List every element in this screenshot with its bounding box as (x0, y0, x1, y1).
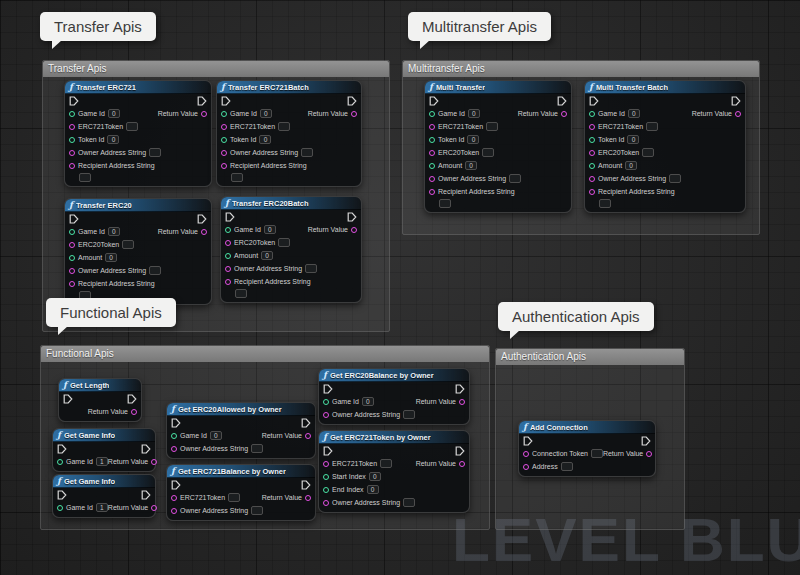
node-get-erc721balance-by-owner[interactable]: ƒGet ERC721Balance by OwnerERC721TokenRe… (166, 464, 316, 521)
pin-input-game-id[interactable]: 0 (628, 109, 640, 118)
node-header[interactable]: ƒGet ERC721Balance by Owner (167, 465, 315, 478)
exec-in-pin[interactable] (69, 96, 79, 106)
node-transfer-erc721[interactable]: ƒTransfer ERC721Game Id0Return ValueERC7… (64, 80, 212, 187)
pin-input-token-id[interactable]: 0 (259, 135, 271, 144)
pin-input-owner-address-string[interactable] (251, 506, 263, 515)
exec-out-pin[interactable] (197, 214, 207, 224)
input-pin-start-index[interactable] (323, 474, 329, 480)
pin-input-owner-address-string[interactable] (305, 264, 317, 273)
input-pin-erc20token[interactable] (225, 240, 231, 246)
node-header[interactable]: ƒMulti Transfer Batch (585, 81, 745, 94)
node-header[interactable]: ƒGet ERC20Balance by Owner (319, 369, 469, 382)
exec-out-pin[interactable] (301, 480, 311, 490)
pin-input-recipient-address-string[interactable] (79, 173, 91, 182)
node-header[interactable]: ƒTransfer ERC721 (65, 81, 211, 94)
node-header[interactable]: ƒGet Game Info (53, 429, 155, 442)
node-header[interactable]: ƒGet ERC20Allowed by Owner (167, 403, 315, 416)
output-pin-return-value[interactable] (151, 459, 157, 465)
pin-input-amount[interactable]: 0 (105, 253, 117, 262)
input-pin-erc721token[interactable] (323, 461, 329, 467)
input-pin-recipient-address-string[interactable] (69, 163, 75, 169)
pin-input-token-id[interactable]: 0 (627, 135, 639, 144)
pin-input-owner-address-string[interactable] (149, 266, 161, 275)
node-transfer-erc721batch[interactable]: ƒTransfer ERC721BatchGame Id0Return Valu… (216, 80, 362, 187)
input-pin-game-id[interactable] (429, 111, 435, 117)
pin-input-erc721token[interactable] (486, 122, 498, 131)
exec-in-pin[interactable] (63, 394, 73, 404)
exec-out-pin[interactable] (731, 96, 741, 106)
exec-in-pin[interactable] (429, 96, 439, 106)
input-pin-owner-address-string[interactable] (69, 268, 75, 274)
node-get-erc721token-by-owner[interactable]: ƒGet ERC721Token by OwnerERC721TokenRetu… (318, 430, 470, 513)
pin-input-address[interactable] (561, 462, 573, 471)
input-pin-token-id[interactable] (429, 137, 435, 143)
pin-input-owner-address-string[interactable] (403, 410, 415, 419)
input-pin-owner-address-string[interactable] (221, 150, 227, 156)
input-pin-owner-address-string[interactable] (589, 176, 595, 182)
output-pin-return-value[interactable] (351, 111, 357, 117)
input-pin-connection-token[interactable] (523, 451, 529, 457)
input-pin-end-index[interactable] (323, 487, 329, 493)
pin-input-owner-address-string[interactable] (509, 174, 521, 183)
input-pin-token-id[interactable] (69, 137, 75, 143)
input-pin-owner-address-string[interactable] (171, 446, 177, 452)
pin-input-amount[interactable]: 0 (625, 161, 637, 170)
exec-in-pin[interactable] (57, 490, 67, 500)
node-get-length[interactable]: ƒGet LengthReturn Value (58, 378, 142, 422)
input-pin-token-id[interactable] (221, 137, 227, 143)
input-pin-game-id[interactable] (57, 505, 63, 511)
pin-input-amount[interactable]: 0 (261, 251, 273, 260)
exec-in-pin[interactable] (323, 384, 333, 394)
pin-input-start-index[interactable]: 0 (369, 472, 381, 481)
input-pin-amount[interactable] (225, 253, 231, 259)
input-pin-owner-address-string[interactable] (171, 508, 177, 514)
pin-input-token-id[interactable]: 0 (107, 135, 119, 144)
exec-in-pin[interactable] (589, 96, 599, 106)
node-header[interactable]: ƒAdd Connection (519, 421, 655, 434)
input-pin-amount[interactable] (429, 163, 435, 169)
exec-in-pin[interactable] (323, 446, 333, 456)
pin-input-recipient-address-string[interactable] (439, 199, 451, 208)
output-pin-return-value[interactable] (735, 111, 741, 117)
pin-input-amount[interactable]: 0 (465, 161, 477, 170)
node-transfer-erc20[interactable]: ƒTransfer ERC20Game Id0Return ValueERC20… (64, 198, 212, 305)
node-header[interactable]: ƒMulti Transfer (425, 81, 571, 94)
input-pin-recipient-address-string[interactable] (429, 189, 435, 195)
node-header[interactable]: ƒTransfer ERC20 (65, 199, 211, 212)
input-pin-recipient-address-string[interactable] (69, 281, 75, 287)
output-pin-return-value[interactable] (201, 111, 207, 117)
exec-out-pin[interactable] (557, 96, 567, 106)
exec-out-pin[interactable] (301, 418, 311, 428)
pin-input-erc20token[interactable] (482, 148, 494, 157)
node-get-erc20balance-by-owner[interactable]: ƒGet ERC20Balance by OwnerGame Id0Return… (318, 368, 470, 425)
pin-input-erc721token[interactable] (646, 122, 658, 131)
pin-input-recipient-address-string[interactable] (599, 199, 611, 208)
input-pin-erc20token[interactable] (589, 150, 595, 156)
input-pin-owner-address-string[interactable] (225, 266, 231, 272)
output-pin-return-value[interactable] (201, 229, 207, 235)
pin-input-erc721token[interactable] (380, 459, 392, 468)
input-pin-game-id[interactable] (589, 111, 595, 117)
exec-in-pin[interactable] (221, 96, 231, 106)
output-pin-return-value[interactable] (305, 433, 311, 439)
input-pin-amount[interactable] (69, 255, 75, 261)
node-get-game-info-1[interactable]: ƒGet Game InfoGame Id1Return Value (52, 428, 156, 472)
comment-header-multitransfer-apis[interactable]: Multitransfer Apis (403, 61, 759, 77)
pin-input-end-index[interactable]: 0 (367, 485, 379, 494)
exec-in-pin[interactable] (225, 212, 235, 222)
exec-out-pin[interactable] (347, 212, 357, 222)
exec-out-pin[interactable] (347, 96, 357, 106)
pin-input-game-id[interactable]: 0 (210, 431, 222, 440)
pin-input-owner-address-string[interactable] (149, 148, 161, 157)
node-multi-transfer[interactable]: ƒMulti TransferGame Id0Return ValueERC72… (424, 80, 572, 213)
pin-input-game-id[interactable]: 0 (108, 109, 120, 118)
input-pin-game-id[interactable] (69, 111, 75, 117)
input-pin-erc721token[interactable] (69, 124, 75, 130)
exec-in-pin[interactable] (523, 436, 533, 446)
pin-input-game-id[interactable]: 0 (362, 397, 374, 406)
pin-input-owner-address-string[interactable] (301, 148, 313, 157)
pin-input-game-id[interactable]: 0 (468, 109, 480, 118)
input-pin-erc721token[interactable] (429, 124, 435, 130)
input-pin-erc20token[interactable] (429, 150, 435, 156)
pin-input-game-id[interactable]: 0 (260, 109, 272, 118)
